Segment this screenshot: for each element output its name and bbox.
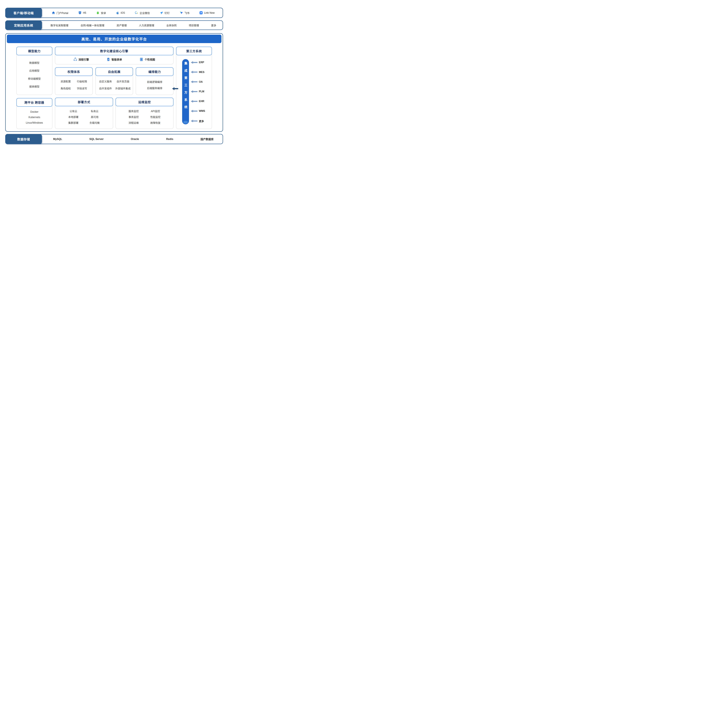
list-item: 集群部署 — [68, 121, 78, 124]
system-row-oa: OA — [191, 80, 210, 83]
list-item: 私有云 — [91, 109, 99, 113]
deployment-items: 公有云 私有云 本地部署 高可用 集群部署 负载均衡 — [55, 106, 113, 128]
storage-items: MySQL SQL Server Oracle Redis 国产数据库 — [41, 135, 223, 144]
custom-app-item: 资产管理 — [116, 23, 127, 27]
bottom-row: 部署方式 公有云 私有云 本地部署 高可用 集群部署 负载均衡 运维监控 — [55, 98, 174, 129]
list-item: 字段读写 — [77, 87, 87, 90]
free-extension-box: 自由拓展 自定义服务 自开发页面 自开发组件 外部插件集成 — [95, 67, 133, 95]
smart-form-icon — [106, 58, 110, 61]
list-item: 自开发页面 — [117, 80, 130, 83]
storage-item: MySQL — [53, 138, 62, 141]
storage-item: Oracle — [131, 138, 139, 141]
system-label: WMS — [199, 110, 205, 113]
storage-item: SQL Server — [89, 138, 104, 141]
model-capability-items: 数据模型 应用模型 移动端模型 报表模型 — [17, 55, 52, 95]
client-item-h5: 5 H5 — [78, 11, 86, 15]
linknow-icon — [199, 11, 203, 15]
client-item-ios: iOS — [116, 11, 125, 15]
client-item-wechat-work: 企业微信 — [135, 11, 150, 15]
svg-text:5: 5 — [80, 12, 80, 14]
custom-app-item: 合同-档案一体化管理 — [81, 23, 104, 27]
cross-platform-title: 跨平台 跨容器 — [16, 98, 52, 107]
client-item-label: Link Now — [204, 11, 215, 14]
deployment-box: 部署方式 公有云 私有云 本地部署 高可用 集群部署 负载均衡 — [55, 98, 113, 129]
android-icon — [96, 11, 99, 15]
list-item: 应用模型 — [29, 69, 40, 72]
system-row-erp: ERP — [191, 61, 210, 64]
ops-monitoring-box: 运维监控 服务监控 API监控 事务监控 性能监控 流程运维 故障恢复 — [115, 98, 174, 129]
middle-column: 数字化建设核心引擎 流程引擎 — [55, 47, 174, 129]
core-engine-features: 流程引擎 智能表单 — [55, 55, 173, 64]
html5-icon: 5 — [78, 11, 82, 15]
feature-label: 流程引擎 — [78, 58, 89, 61]
left-arrow-icon — [191, 100, 197, 102]
left-arrow-icon — [191, 71, 197, 73]
list-item: 性能监控 — [150, 115, 161, 119]
left-arrow-icon — [191, 120, 197, 122]
integration-pill-label: 集成第三方系统 — [184, 59, 188, 124]
left-arrow-icon — [191, 81, 197, 83]
client-item-linknow: Link Now — [199, 11, 215, 15]
feishu-icon — [179, 11, 183, 15]
free-extension-title: 自由拓展 — [95, 67, 133, 76]
client-item-label: 门户Portal — [57, 11, 68, 15]
custom-apps-items: 数字化采购管理 合同-档案一体化管理 资产管理 人力资源管理 业务协同 项目管理… — [41, 21, 223, 29]
client-item-label: 飞书 — [184, 11, 190, 15]
system-label: 更多 — [199, 119, 204, 123]
system-row-plm: PLM — [191, 90, 210, 93]
client-item-label: 企业微信 — [140, 11, 150, 15]
client-item-feishu: 飞书 — [179, 11, 190, 15]
client-item-dingtalk: 钉钉 — [160, 11, 170, 15]
list-item: 事务监控 — [128, 115, 139, 119]
capability-row: 权限体系 资源配置 行级权限 角色授权 字段读写 自由拓展 自定义服务 自开发页… — [55, 67, 174, 95]
list-item: 报表模型 — [29, 84, 40, 88]
feature-flow-engine: 流程引擎 — [73, 58, 89, 61]
client-bar-badge: 客户端/移动端 — [5, 8, 42, 18]
storage-bar: 数据存储 MySQL SQL Server Oracle Redis 国产数据库 — [5, 134, 223, 144]
platform-container: 高效、易用、开放的企业级数字化平台 模型能力 数据模型 应用模型 移动端模型 报… — [5, 33, 223, 132]
custom-app-item-more: 更多 — [211, 23, 216, 27]
feature-label: 智能表单 — [112, 58, 122, 61]
integration-to-orchestration-arrow — [172, 87, 178, 91]
feature-custom-view: 个性视图 — [139, 58, 155, 61]
pill-bottom-ellipse — [183, 121, 188, 124]
list-item: 角色授权 — [61, 87, 71, 90]
dingtalk-icon — [160, 11, 163, 15]
orchestration-box: 编排能力 前端逻辑编排 后端服务编排 — [136, 67, 174, 95]
list-item: 数据模型 — [29, 61, 40, 64]
model-capability-title: 模型能力 — [16, 47, 52, 55]
system-label: MES — [199, 70, 205, 74]
third-party-box: 第三方系统 集成第三方系统 ERP — [176, 47, 212, 129]
list-item: Docker — [30, 110, 38, 113]
list-item: 自开发组件 — [99, 87, 112, 90]
client-item-label: H5 — [83, 11, 86, 14]
custom-apps-bar: 定制应用系统 数字化采购管理 合同-档案一体化管理 资产管理 人力资源管理 业务… — [5, 20, 223, 30]
list-item: 负载均衡 — [90, 121, 100, 124]
custom-apps-badge: 定制应用系统 — [5, 20, 42, 30]
list-item: 后端服务编排 — [147, 86, 162, 90]
client-item-label: 钉钉 — [165, 11, 170, 15]
list-item: 本地部署 — [68, 115, 78, 119]
custom-app-item: 人力资源管理 — [139, 23, 154, 27]
list-item: 外部插件集成 — [115, 87, 131, 90]
platform-content: 模型能力 数据模型 应用模型 移动端模型 报表模型 跨平台 跨容器 Docker… — [6, 43, 223, 129]
client-bar-items: 门户Portal 5 H5 安卓 — [41, 8, 223, 17]
feature-label: 个性视图 — [145, 58, 155, 61]
list-item: 公有云 — [70, 109, 77, 113]
storage-item: 国产数据库 — [200, 137, 214, 141]
left-arrow-icon — [191, 90, 197, 93]
custom-app-item: 项目管理 — [189, 23, 199, 27]
orchestration-items: 前端逻辑编排 后端服务编排 — [136, 76, 173, 95]
orchestration-title: 编排能力 — [136, 67, 174, 76]
flow-engine-icon — [73, 58, 77, 61]
left-column: 模型能力 数据模型 应用模型 移动端模型 报表模型 跨平台 跨容器 Docker… — [16, 47, 52, 129]
system-label: EHR — [199, 100, 204, 103]
client-bar: 客户端/移动端 门户Portal 5 H5 — [5, 8, 223, 18]
storage-badge: 数据存储 — [5, 134, 42, 144]
client-item-label: iOS — [121, 11, 125, 14]
core-engine-title: 数字化建设核心引擎 — [55, 47, 174, 55]
list-item: 资源配置 — [61, 80, 71, 83]
permission-box: 权限体系 资源配置 行级权限 角色授权 字段读写 — [55, 67, 93, 95]
system-row-more: 更多 — [191, 119, 210, 123]
system-row-ehr: EHR — [191, 100, 210, 103]
